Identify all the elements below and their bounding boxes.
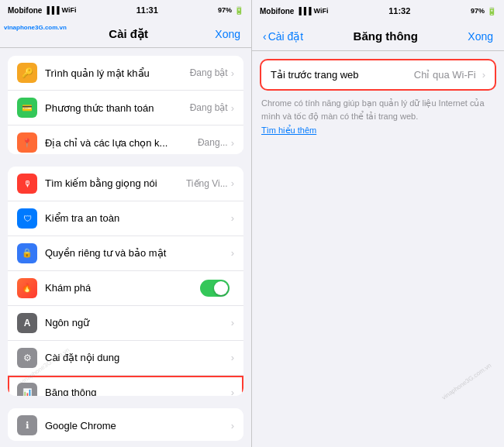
explore-toggle[interactable] — [200, 280, 230, 297]
left-status-left: Mobifone ▐▐▐ WiFi — [8, 6, 77, 15]
list-item[interactable]: 💳 Phương thức thanh toán Đang bật › — [8, 91, 243, 126]
payment-label: Phương thức thanh toán — [45, 102, 190, 114]
chevron-icon: › — [231, 102, 234, 114]
left-carrier: Mobifone — [8, 6, 42, 15]
language-label: Ngôn ngữ — [45, 317, 228, 328]
right-content: Tải trước trang web Chỉ qua Wi-Fi › Chro… — [252, 51, 504, 143]
voice-search-icon: 🎙 — [17, 174, 37, 194]
chevron-icon: › — [231, 212, 234, 224]
left-time: 11:31 — [136, 5, 158, 15]
settings-group-3: ℹ Google Chrome › — [8, 408, 243, 441]
list-item[interactable]: 🔥 Khám phá — [8, 271, 243, 306]
chevron-icon: › — [231, 247, 234, 259]
safety-check-icon: 🛡 — [17, 208, 37, 229]
right-time: 11:32 — [388, 6, 410, 15]
chevron-icon: › — [231, 177, 234, 189]
right-nav-bar: ‹ Cài đặt Băng thông Xong — [252, 22, 504, 51]
content-settings-label: Cài đặt nội dung — [45, 352, 228, 363]
bandwidth-description: Chrome có tính năng giúp bạn quản lý dữ … — [260, 97, 496, 122]
left-wifi-icon: WiFi — [62, 6, 77, 14]
left-status-right: 97% 🔋 — [218, 6, 243, 15]
list-item[interactable]: 🔑 Trình quản lý mật khẩu Đang bật › — [8, 56, 243, 91]
chrome-label: Google Chrome — [45, 420, 228, 432]
password-icon: 🔑 — [17, 63, 37, 83]
right-nav-title: Băng thông — [308, 29, 463, 43]
bandwidth-item[interactable]: 📊 Băng thông › — [8, 376, 243, 397]
right-wifi-icon: WiFi — [314, 7, 329, 15]
left-status-bar: Mobifone ▐▐▐ WiFi 11:31 97% 🔋 — [0, 0, 251, 20]
device-wrapper: Mobifone ▐▐▐ WiFi 11:31 97% 🔋 Cài đặt Xo… — [0, 0, 504, 447]
left-battery-pct: 97% — [218, 6, 232, 14]
voice-search-label: Tìm kiếm bằng giọng nói — [45, 177, 186, 189]
bandwidth-label: Băng thông — [45, 387, 228, 396]
privacy-icon: 🔒 — [17, 243, 37, 263]
language-icon: A — [17, 313, 37, 333]
left-nav-title: Cài đặt — [109, 27, 148, 41]
back-chevron-icon: ‹ — [263, 30, 267, 43]
chevron-icon: › — [482, 69, 485, 81]
right-panel: Mobifone ▐▐▐ WiFi 11:32 97% 🔋 ‹ Cài đặt … — [252, 0, 504, 447]
left-signal-icon: ▐▐▐ — [44, 6, 59, 14]
learn-more-link[interactable]: Tìm hiểu thêm — [260, 126, 496, 136]
explore-label: Khám phá — [45, 282, 200, 294]
right-status-bar: Mobifone ▐▐▐ WiFi 11:32 97% 🔋 — [252, 0, 504, 22]
chevron-icon: › — [231, 352, 234, 363]
chevron-icon: › — [231, 67, 234, 79]
chrome-icon: ℹ — [17, 415, 37, 435]
right-status-left: Mobifone ▐▐▐ WiFi — [260, 7, 329, 15]
left-battery-icon: 🔋 — [234, 6, 243, 15]
back-label: Cài đặt — [268, 30, 304, 43]
preload-value: Chỉ qua Wi-Fi — [414, 69, 476, 81]
list-item[interactable]: 🎙 Tìm kiếm bằng giọng nói Tiếng Vi... › — [8, 167, 243, 201]
right-signal-icon: ▐▐▐ — [296, 7, 311, 15]
chevron-icon: › — [231, 420, 234, 432]
list-item[interactable]: ⚙ Cài đặt nội dung › — [8, 341, 243, 376]
address-label: Địa chỉ và các lựa chọn k... — [45, 137, 198, 149]
password-label: Trình quản lý mật khẩu — [45, 67, 190, 79]
chevron-icon: › — [231, 387, 234, 396]
right-nav-action[interactable]: Xong — [468, 30, 493, 43]
google-chrome-item[interactable]: ℹ Google Chrome › — [8, 408, 243, 441]
right-status-right: 97% 🔋 — [471, 7, 496, 15]
left-panel: Mobifone ▐▐▐ WiFi 11:31 97% 🔋 Cài đặt Xo… — [0, 0, 252, 447]
left-nav-bar: Cài đặt Xong — [0, 20, 251, 48]
left-nav-action[interactable]: Xong — [215, 28, 240, 40]
safety-check-label: Kiểm tra an toàn — [45, 212, 228, 224]
right-battery-pct: 97% — [471, 7, 485, 15]
preload-label: Tải trước trang web — [271, 69, 359, 81]
settings-group-1: 🔑 Trình quản lý mật khẩu Đang bật › 💳 Ph… — [8, 56, 243, 154]
back-button[interactable]: ‹ Cài đặt — [263, 30, 303, 43]
content-settings-icon: ⚙ — [17, 348, 37, 368]
watermark-diag-right: vinaphone3G.com.vn — [441, 362, 493, 401]
location-icon: 📍 — [17, 132, 37, 153]
bandwidth-icon: 📊 — [17, 383, 37, 397]
list-item[interactable]: 🛡 Kiểm tra an toàn › — [8, 201, 243, 236]
right-carrier: Mobifone — [260, 7, 294, 15]
list-item[interactable]: 📍 Địa chỉ và các lựa chọn k... Đang... › — [8, 126, 243, 154]
list-item[interactable]: A Ngôn ngữ › — [8, 306, 243, 341]
explore-icon: 🔥 — [17, 278, 37, 298]
privacy-label: Quyền riêng tư và bảo mật — [45, 247, 228, 259]
chevron-icon: › — [231, 317, 234, 328]
list-item[interactable]: 🔒 Quyền riêng tư và bảo mật › — [8, 236, 243, 271]
right-battery-icon: 🔋 — [487, 7, 496, 15]
chevron-icon: › — [231, 137, 234, 149]
settings-group-2: 🎙 Tìm kiếm bằng giọng nói Tiếng Vi... › … — [8, 167, 243, 397]
preload-web-pages-item[interactable]: Tải trước trang web Chỉ qua Wi-Fi › — [260, 59, 496, 91]
payment-icon: 💳 — [17, 98, 37, 118]
